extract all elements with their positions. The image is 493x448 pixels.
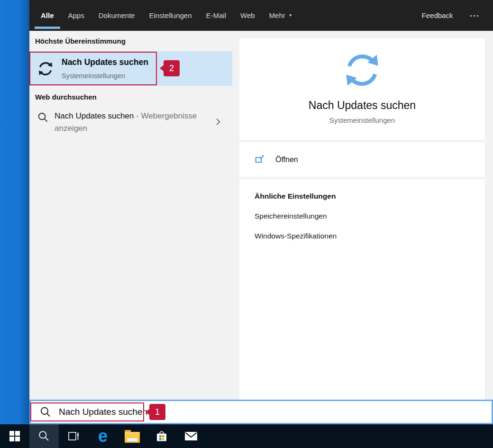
task-view-icon [67,430,80,442]
web-search-header: Web durchsuchen [35,93,97,101]
tab-email[interactable]: E-Mail [206,0,227,31]
open-action-row[interactable]: Öffnen [239,142,485,177]
annotation-badge-2: 2 [164,60,180,76]
preview-subtitle: Systemeinstellungen [329,116,395,124]
preview-title: Nach Updates suchen [309,99,416,112]
tab-apps[interactable]: Apps [68,0,84,31]
tab-web[interactable]: Web [240,0,255,31]
related-settings-card: Ähnliche Einstellungen Speichereinstellu… [239,179,485,400]
best-match-result[interactable]: Nach Updates suchen Systemeinstellungen [29,51,232,86]
web-search-query: Nach Updates suchen [55,111,134,120]
best-match-subtitle: Systemeinstellungen [62,72,125,80]
search-filter-bar: Alle Apps Dokumente Einstellungen E-Mail… [29,0,493,31]
search-input[interactable]: Nach Updates suchen 1 [29,400,493,424]
preview-header-card: Nach Updates suchen Systemeinstellungen [239,38,485,140]
related-item-speichereinstellungen[interactable]: Speichereinstellungen [255,212,485,220]
search-icon [38,430,50,442]
tab-dokumente[interactable]: Dokumente [99,0,135,31]
annotation-badge-1: 1 [149,404,165,420]
sync-icon [339,49,385,91]
tab-mehr[interactable]: Mehr ▼ [269,0,292,31]
web-search-result[interactable]: Nach Updates suchen - Webergebnisse anze… [29,106,232,140]
open-action-label: Öffnen [275,155,298,164]
task-view-button[interactable] [59,424,88,448]
search-filter-tabs: Alle Apps Dokumente Einstellungen E-Mail… [41,0,292,31]
taskbar-search-button[interactable] [29,424,59,448]
open-external-icon [255,155,265,165]
tab-alle[interactable]: Alle [41,0,54,31]
chevron-down-icon: ▼ [289,13,292,18]
preview-panel: Nach Updates suchen Systemeinstellungen … [232,31,493,400]
desktop-wallpaper [0,0,29,424]
store-bag-icon [155,430,168,443]
search-icon [37,112,49,123]
search-input-value: Nach Updates suchen [59,407,147,417]
web-search-text: Nach Updates suchen - Webergebnisse anze… [55,110,212,135]
chevron-right-icon[interactable] [213,117,223,127]
search-icon [40,406,52,418]
more-options-button[interactable]: ••• [470,13,480,18]
related-settings-header: Ähnliche Einstellungen [255,192,485,201]
start-button[interactable] [0,424,29,448]
mail-button[interactable] [176,424,206,448]
results-panel: Höchste Übereinstimmung Nach Updates suc… [29,31,232,400]
taskbar: e [0,424,493,448]
related-item-windows-spezifikationen[interactable]: Windows-Spezifikationen [255,232,485,240]
windows-logo-icon [9,431,20,441]
edge-icon: e [98,428,108,445]
sync-icon [37,60,55,78]
store-button[interactable] [147,424,176,448]
file-explorer-button[interactable] [118,424,147,448]
tab-einstellungen[interactable]: Einstellungen [149,0,192,31]
feedback-button[interactable]: Feedback [422,11,453,19]
edge-button[interactable]: e [88,424,118,448]
best-match-header: Höchste Übereinstimmung [35,37,126,45]
best-match-title: Nach Updates suchen [62,57,148,67]
mail-envelope-icon [184,430,198,442]
tab-mehr-label: Mehr [269,11,285,19]
folder-icon [125,432,140,443]
